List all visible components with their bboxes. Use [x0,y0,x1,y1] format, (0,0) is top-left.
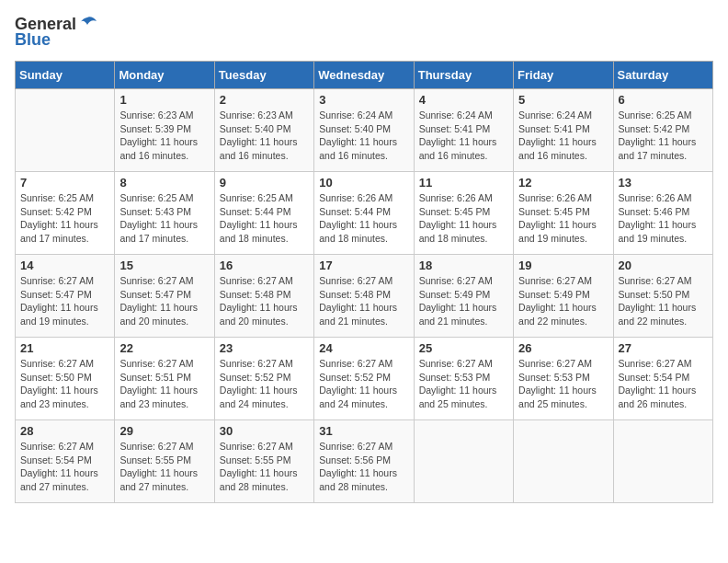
calendar-cell: 19Sunrise: 6:27 AMSunset: 5:49 PMDayligh… [514,255,613,338]
calendar-week-row: 14Sunrise: 6:27 AMSunset: 5:47 PMDayligh… [16,255,713,338]
cell-info: Sunrise: 6:27 AMSunset: 5:53 PMDaylight:… [419,357,508,411]
calendar-cell: 12Sunrise: 6:26 AMSunset: 5:45 PMDayligh… [514,172,613,255]
cell-date: 18 [419,259,508,272]
calendar-cell: 1Sunrise: 6:23 AMSunset: 5:39 PMDaylight… [115,89,214,172]
cell-date: 2 [220,93,309,107]
calendar-cell: 29Sunrise: 6:27 AMSunset: 5:55 PMDayligh… [115,420,214,503]
calendar-cell: 6Sunrise: 6:25 AMSunset: 5:42 PMDaylight… [613,89,712,172]
cell-date: 27 [619,341,708,355]
calendar-cell: 30Sunrise: 6:27 AMSunset: 5:55 PMDayligh… [214,420,313,503]
cell-info: Sunrise: 6:23 AMSunset: 5:39 PMDaylight:… [119,109,209,163]
cell-date: 12 [518,176,608,190]
calendar-cell: 4Sunrise: 6:24 AMSunset: 5:41 PMDaylight… [414,89,513,172]
cell-date: 23 [220,341,309,355]
calendar-cell: 7Sunrise: 6:25 AMSunset: 5:42 PMDaylight… [16,172,115,255]
calendar-cell: 8Sunrise: 6:25 AMSunset: 5:43 PMDaylight… [115,172,214,255]
calendar-cell [414,420,513,503]
cell-info: Sunrise: 6:25 AMSunset: 5:42 PMDaylight:… [20,191,109,246]
cell-date: 22 [119,341,209,355]
calendar-cell: 26Sunrise: 6:27 AMSunset: 5:53 PMDayligh… [514,338,613,420]
calendar-cell: 18Sunrise: 6:27 AMSunset: 5:49 PMDayligh… [414,255,513,338]
cell-date: 15 [119,259,209,272]
logo-bird-icon [78,16,98,34]
cell-info: Sunrise: 6:27 AMSunset: 5:52 PMDaylight:… [319,357,408,411]
cell-date: 28 [20,424,109,438]
header-day: Tuesday [214,62,313,89]
logo-blue-text: Blue [15,30,51,50]
calendar-cell [16,89,115,172]
cell-info: Sunrise: 6:26 AMSunset: 5:45 PMDaylight:… [419,191,508,246]
cell-info: Sunrise: 6:27 AMSunset: 5:54 PMDaylight:… [619,357,708,411]
cell-date: 17 [319,259,408,272]
calendar-cell: 31Sunrise: 6:27 AMSunset: 5:56 PMDayligh… [314,420,414,503]
calendar-week-row: 7Sunrise: 6:25 AMSunset: 5:42 PMDaylight… [16,172,713,255]
cell-info: Sunrise: 6:24 AMSunset: 5:41 PMDaylight:… [518,109,608,163]
cell-info: Sunrise: 6:26 AMSunset: 5:46 PMDaylight:… [619,191,708,246]
cell-date: 6 [619,93,708,107]
cell-info: Sunrise: 6:25 AMSunset: 5:43 PMDaylight:… [119,191,209,246]
cell-date: 3 [319,93,408,107]
cell-info: Sunrise: 6:27 AMSunset: 5:51 PMDaylight:… [119,357,209,411]
calendar-cell: 27Sunrise: 6:27 AMSunset: 5:54 PMDayligh… [613,338,712,420]
cell-info: Sunrise: 6:27 AMSunset: 5:48 PMDaylight:… [319,274,408,328]
cell-date: 30 [220,424,309,438]
cell-info: Sunrise: 6:24 AMSunset: 5:40 PMDaylight:… [319,109,408,163]
cell-date: 13 [619,176,708,190]
calendar-week-row: 1Sunrise: 6:23 AMSunset: 5:39 PMDaylight… [16,89,713,172]
calendar-cell: 15Sunrise: 6:27 AMSunset: 5:47 PMDayligh… [115,255,214,338]
cell-date: 20 [619,259,708,272]
page-header: General Blue [15,15,713,50]
calendar-table: SundayMondayTuesdayWednesdayThursdayFrid… [15,61,713,503]
header-row: SundayMondayTuesdayWednesdayThursdayFrid… [16,62,713,89]
header-day: Wednesday [314,62,414,89]
calendar-cell: 14Sunrise: 6:27 AMSunset: 5:47 PMDayligh… [16,255,115,338]
cell-date: 5 [518,93,608,107]
cell-date: 25 [419,341,508,355]
cell-date: 19 [518,259,608,272]
cell-date: 29 [119,424,209,438]
cell-date: 21 [20,341,109,355]
cell-info: Sunrise: 6:27 AMSunset: 5:47 PMDaylight:… [20,274,109,328]
calendar-cell: 23Sunrise: 6:27 AMSunset: 5:52 PMDayligh… [214,338,313,420]
calendar-cell: 20Sunrise: 6:27 AMSunset: 5:50 PMDayligh… [613,255,712,338]
cell-date: 26 [518,341,608,355]
calendar-cell: 22Sunrise: 6:27 AMSunset: 5:51 PMDayligh… [115,338,214,420]
cell-info: Sunrise: 6:27 AMSunset: 5:50 PMDaylight:… [619,274,708,328]
calendar-cell: 2Sunrise: 6:23 AMSunset: 5:40 PMDaylight… [214,89,313,172]
cell-info: Sunrise: 6:27 AMSunset: 5:50 PMDaylight:… [20,357,109,411]
cell-info: Sunrise: 6:27 AMSunset: 5:55 PMDaylight:… [220,440,309,494]
cell-date: 1 [119,93,209,107]
cell-date: 11 [419,176,508,190]
cell-date: 7 [20,176,109,190]
cell-info: Sunrise: 6:27 AMSunset: 5:53 PMDaylight:… [518,357,608,411]
calendar-cell: 9Sunrise: 6:25 AMSunset: 5:44 PMDaylight… [214,172,313,255]
cell-info: Sunrise: 6:27 AMSunset: 5:55 PMDaylight:… [119,440,209,494]
calendar-cell [514,420,613,503]
header-day: Saturday [613,62,712,89]
cell-info: Sunrise: 6:27 AMSunset: 5:48 PMDaylight:… [220,274,309,328]
calendar-cell: 16Sunrise: 6:27 AMSunset: 5:48 PMDayligh… [214,255,313,338]
calendar-cell: 3Sunrise: 6:24 AMSunset: 5:40 PMDaylight… [314,89,414,172]
cell-date: 4 [419,93,508,107]
cell-info: Sunrise: 6:27 AMSunset: 5:49 PMDaylight:… [419,274,508,328]
cell-info: Sunrise: 6:27 AMSunset: 5:47 PMDaylight:… [119,274,209,328]
calendar-cell: 24Sunrise: 6:27 AMSunset: 5:52 PMDayligh… [314,338,414,420]
cell-info: Sunrise: 6:26 AMSunset: 5:44 PMDaylight:… [319,191,408,246]
cell-info: Sunrise: 6:27 AMSunset: 5:56 PMDaylight:… [319,440,408,494]
cell-date: 8 [119,176,209,190]
calendar-cell [613,420,712,503]
header-day: Monday [115,62,214,89]
calendar-cell: 28Sunrise: 6:27 AMSunset: 5:54 PMDayligh… [16,420,115,503]
cell-info: Sunrise: 6:26 AMSunset: 5:45 PMDaylight:… [518,191,608,246]
calendar-week-row: 28Sunrise: 6:27 AMSunset: 5:54 PMDayligh… [16,420,713,503]
cell-date: 14 [20,259,109,272]
calendar-header: SundayMondayTuesdayWednesdayThursdayFrid… [16,62,713,89]
cell-info: Sunrise: 6:27 AMSunset: 5:52 PMDaylight:… [220,357,309,411]
cell-info: Sunrise: 6:27 AMSunset: 5:49 PMDaylight:… [518,274,608,328]
cell-date: 10 [319,176,408,190]
header-day: Thursday [414,62,513,89]
cell-info: Sunrise: 6:23 AMSunset: 5:40 PMDaylight:… [220,109,309,163]
cell-info: Sunrise: 6:27 AMSunset: 5:54 PMDaylight:… [20,440,109,494]
calendar-cell: 17Sunrise: 6:27 AMSunset: 5:48 PMDayligh… [314,255,414,338]
cell-date: 16 [220,259,309,272]
